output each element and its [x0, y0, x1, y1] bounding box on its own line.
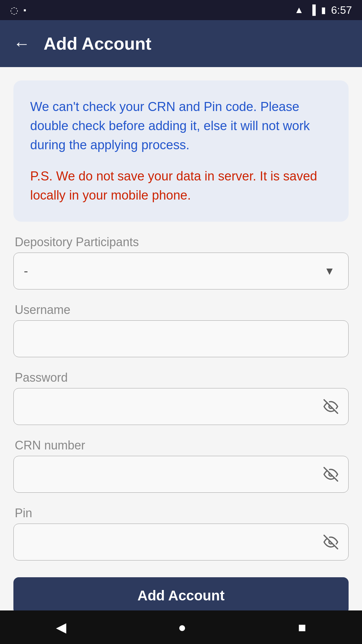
bottom-nav: ◀ ● ■: [0, 610, 362, 644]
home-nav-button[interactable]: ●: [178, 620, 186, 635]
pin-input[interactable]: [24, 524, 323, 560]
password-input-wrapper[interactable]: [13, 388, 349, 425]
crn-input[interactable]: [24, 456, 323, 492]
pin-eye-slash-icon[interactable]: [323, 535, 338, 549]
depository-input-wrapper[interactable]: - Option 1 Option 2 ▼: [13, 253, 349, 289]
back-button[interactable]: ←: [13, 34, 30, 53]
recent-nav-button[interactable]: ■: [298, 620, 306, 635]
sd-card-icon: ▪: [23, 5, 26, 15]
crn-eye-slash-icon[interactable]: [323, 467, 338, 482]
username-input[interactable]: [24, 321, 338, 357]
pin-field-section: Pin: [13, 506, 349, 560]
username-label: Username: [13, 303, 349, 317]
main-content: We can't check your CRN and Pin code. Pl…: [0, 67, 362, 628]
pin-label: Pin: [13, 506, 349, 520]
crn-label: CRN number: [13, 438, 349, 452]
password-label: Password: [13, 371, 349, 385]
depository-field-section: Depository Participants - Option 1 Optio…: [13, 235, 349, 289]
notice-secondary-text: P.S. We do not save your data in server.…: [30, 167, 332, 205]
crn-input-wrapper[interactable]: [13, 456, 349, 493]
add-account-button[interactable]: Add Account: [13, 577, 349, 614]
crn-field-section: CRN number: [13, 438, 349, 493]
status-bar-right: ▲ ▐ ▮ 6:57: [294, 4, 352, 16]
back-nav-button[interactable]: ◀: [56, 620, 66, 635]
username-input-wrapper[interactable]: [13, 320, 349, 357]
battery-icon: ▮: [321, 5, 326, 15]
wifi-icon: ▲: [294, 5, 304, 15]
username-field-section: Username: [13, 303, 349, 357]
password-input[interactable]: [24, 388, 323, 425]
app-bar: ← Add Account: [0, 20, 362, 67]
password-field-section: Password: [13, 371, 349, 425]
signal-icon: ▐: [309, 5, 316, 15]
depository-dropdown-wrapper[interactable]: - Option 1 Option 2 ▼: [24, 264, 338, 278]
status-bar-left: ◌ ▪: [10, 5, 26, 16]
notice-primary-text: We can't check your CRN and Pin code. Pl…: [30, 97, 332, 155]
status-bar: ◌ ▪ ▲ ▐ ▮ 6:57: [0, 0, 362, 20]
pin-input-wrapper[interactable]: [13, 524, 349, 560]
depository-label: Depository Participants: [13, 235, 349, 249]
circle-icon: ◌: [10, 5, 18, 16]
notice-box: We can't check your CRN and Pin code. Pl…: [13, 80, 349, 222]
status-time: 6:57: [331, 4, 352, 16]
page-title: Add Account: [44, 34, 152, 54]
eye-slash-icon[interactable]: [323, 399, 338, 414]
depository-select[interactable]: - Option 1 Option 2: [24, 264, 338, 278]
